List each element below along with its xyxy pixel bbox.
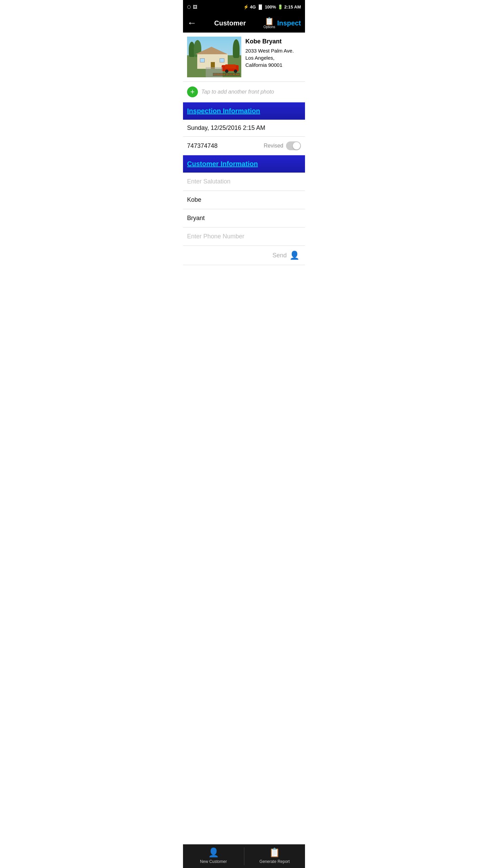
send-row: Send 👤 bbox=[183, 246, 305, 265]
status-bar: ⬡ 🖼 ⚡ 4G ▐▌ 100% 🔋 2:15 AM bbox=[183, 0, 305, 14]
generate-report-tab[interactable]: 📋 Generate Report bbox=[244, 845, 305, 868]
send-label: Send bbox=[272, 252, 287, 259]
phone-field[interactable]: Enter Phone Number bbox=[183, 228, 305, 246]
salutation-field[interactable]: Enter Salutation bbox=[183, 173, 305, 191]
options-button[interactable]: 📋 Options bbox=[264, 18, 275, 29]
new-customer-icon: 👤 bbox=[208, 847, 219, 858]
salutation-placeholder: Enter Salutation bbox=[187, 178, 230, 185]
back-button[interactable]: ← bbox=[187, 18, 197, 28]
status-left-icons: ⬡ 🖼 bbox=[187, 4, 197, 9]
nav-bar: ← Customer 📋 Options Inspect bbox=[183, 14, 305, 33]
revised-control: Revised bbox=[264, 141, 301, 150]
new-customer-label: New Customer bbox=[200, 859, 227, 864]
battery-percent: 100% bbox=[265, 4, 276, 9]
inspect-button[interactable]: Inspect bbox=[277, 19, 301, 27]
property-card: 07/25/2016 10:22:56 AM Kobe Bryant 2033 … bbox=[183, 33, 305, 82]
first-name-field[interactable]: Kobe bbox=[183, 191, 305, 209]
options-icon: 📋 bbox=[265, 18, 274, 25]
address-line1: 2033 West Palm Ave. bbox=[245, 48, 294, 54]
inspection-info-title[interactable]: Inspection Information bbox=[187, 107, 260, 115]
property-address: 2033 West Palm Ave. Los Angeles, Califor… bbox=[245, 47, 301, 68]
address-line3: California 90001 bbox=[245, 62, 282, 68]
revised-toggle[interactable] bbox=[286, 141, 301, 150]
options-label: Options bbox=[264, 25, 275, 29]
add-photo-icon: + bbox=[187, 86, 198, 97]
page-title: Customer bbox=[197, 19, 264, 27]
send-icon: 👤 bbox=[289, 251, 300, 260]
network-type: 4G bbox=[250, 4, 256, 9]
dropbox-icon: ⬡ bbox=[187, 4, 191, 9]
image-icon: 🖼 bbox=[193, 4, 197, 9]
last-name-field[interactable]: Bryant bbox=[183, 209, 305, 228]
customer-name: Kobe Bryant bbox=[245, 38, 301, 45]
generate-report-label: Generate Report bbox=[260, 859, 290, 864]
customer-section-header[interactable]: Customer Information bbox=[183, 155, 305, 173]
inspection-section-header[interactable]: Inspection Information bbox=[183, 102, 305, 120]
bottom-bar: 👤 New Customer 📋 Generate Report bbox=[183, 844, 305, 868]
inspection-date-row: Sunday, 12/25/2016 2:15 AM bbox=[183, 120, 305, 137]
revised-label: Revised bbox=[264, 143, 283, 149]
inspection-date: Sunday, 12/25/2016 2:15 AM bbox=[187, 124, 301, 132]
property-photo[interactable]: 07/25/2016 10:22:56 AM bbox=[187, 37, 241, 77]
add-photo-text: Tap to add another front photo bbox=[201, 89, 274, 95]
battery-icon: 🔋 bbox=[278, 4, 283, 9]
photo-timestamp: 07/25/2016 10:22:56 AM bbox=[213, 73, 240, 76]
last-name-value: Bryant bbox=[187, 215, 205, 221]
bluetooth-icon: ⚡ bbox=[243, 4, 249, 9]
address-line2: Los Angeles, bbox=[245, 55, 274, 61]
add-photo-row[interactable]: + Tap to add another front photo bbox=[183, 82, 305, 102]
phone-placeholder: Enter Phone Number bbox=[187, 233, 244, 240]
signal-icon: ▐▌ bbox=[257, 4, 263, 9]
generate-report-icon: 📋 bbox=[269, 847, 280, 858]
time-display: 2:15 AM bbox=[284, 4, 301, 9]
nav-right-controls: 📋 Options Inspect bbox=[264, 18, 301, 29]
toggle-thumb bbox=[293, 142, 300, 150]
status-right-info: ⚡ 4G ▐▌ 100% 🔋 2:15 AM bbox=[243, 4, 301, 9]
property-info: Kobe Bryant 2033 West Palm Ave. Los Ange… bbox=[245, 37, 301, 77]
inspection-id-row: 747374748 Revised bbox=[183, 137, 305, 155]
new-customer-tab[interactable]: 👤 New Customer bbox=[183, 845, 244, 868]
inspection-id: 747374748 bbox=[187, 142, 264, 150]
first-name-value: Kobe bbox=[187, 196, 201, 203]
customer-info-title[interactable]: Customer Information bbox=[187, 160, 258, 167]
